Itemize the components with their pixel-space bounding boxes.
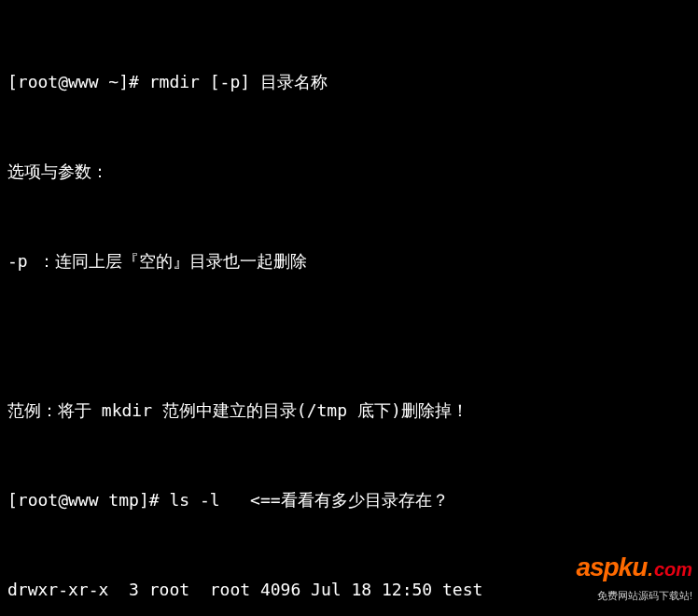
terminal-line: -p ：连同上层『空的』目录也一起删除 bbox=[7, 246, 691, 276]
terminal-line: 选项与参数： bbox=[7, 157, 691, 187]
terminal-line: [root@www tmp]# ls -l <==看看有多少目录存在？ bbox=[7, 485, 691, 515]
terminal-output: [root@www ~]# rmdir [-p] 目录名称 选项与参数： -p … bbox=[7, 7, 691, 616]
watermark: aspku . com 免费网站源码下载站! bbox=[576, 553, 692, 610]
terminal-line: [root@www ~]# rmdir [-p] 目录名称 bbox=[7, 67, 691, 97]
watermark-tagline: 免费网站源码下载站! bbox=[576, 581, 692, 610]
watermark-brand: aspku bbox=[576, 553, 647, 582]
watermark-logo: aspku . com bbox=[576, 553, 692, 584]
terminal-line: 范例：将于 mkdir 范例中建立的目录(/tmp 底下)删除掉！ bbox=[7, 396, 691, 426]
